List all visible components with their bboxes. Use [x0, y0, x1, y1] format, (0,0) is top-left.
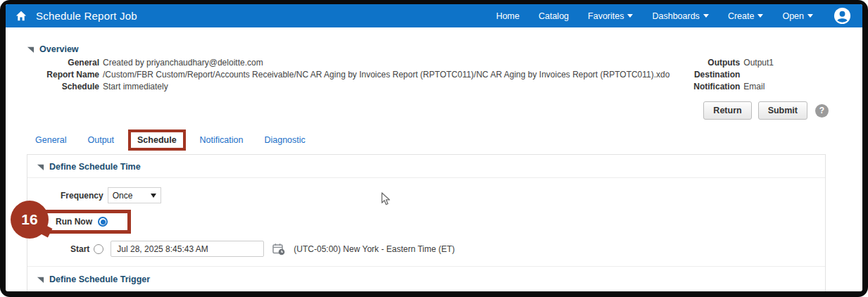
step-number: 16: [21, 211, 37, 228]
step-badge: 16: [11, 201, 49, 239]
action-buttons-row: Return Submit ?: [6, 101, 829, 120]
collapse-triangle-icon[interactable]: [37, 275, 44, 284]
divider: [27, 266, 825, 267]
nav-catalog[interactable]: Catalog: [539, 11, 569, 21]
home-icon[interactable]: [15, 11, 27, 21]
collapse-triangle-icon[interactable]: [37, 163, 44, 171]
top-navbar: Schedule Report Job Home Catalog Favorit…: [6, 4, 862, 27]
chevron-down-icon: [703, 14, 709, 18]
dropdown-arrow-icon: [151, 194, 156, 198]
tab-schedule[interactable]: Schedule: [128, 129, 186, 151]
overview-section: Overview General Created by priyanchaudh…: [27, 44, 862, 91]
chevron-down-icon: [627, 14, 633, 18]
run-now-row: 16 Run Now: [41, 210, 131, 234]
top-nav-links: Home Catalog Favorites Dashboards Create…: [496, 7, 851, 25]
divider: [27, 290, 825, 291]
report-name-label: Report Name: [27, 70, 99, 80]
timezone-text: (UTC-05:00) New York - Eastern Time (ET): [294, 244, 455, 254]
submit-button[interactable]: Submit: [758, 101, 807, 120]
app-window: Schedule Report Job Home Catalog Favorit…: [6, 4, 862, 291]
frequency-label: Frequency: [61, 191, 103, 201]
nav-favorites[interactable]: Favorites: [588, 11, 633, 21]
divider: [27, 177, 825, 178]
user-avatar-icon[interactable]: [834, 7, 851, 25]
define-schedule-trigger-title: Define Schedule Trigger: [49, 274, 150, 284]
overview-title: Overview: [39, 44, 79, 54]
destination-value: [743, 70, 774, 80]
schedule-panel: Define Schedule Time Frequency Once 16 R…: [27, 154, 826, 291]
run-now-label: Run Now: [56, 217, 92, 227]
frequency-select[interactable]: Once: [108, 187, 161, 203]
nav-dashboards[interactable]: Dashboards: [652, 11, 708, 21]
calendar-clock-icon[interactable]: [272, 243, 285, 255]
overview-header: Overview: [27, 44, 862, 54]
notification-label: Notification: [685, 82, 740, 91]
notification-value: Email: [743, 82, 774, 91]
outputs-label: Outputs: [685, 58, 740, 68]
tab-notification[interactable]: Notification: [200, 135, 244, 145]
nav-create[interactable]: Create: [728, 11, 764, 21]
define-schedule-trigger-header: Define Schedule Trigger: [37, 274, 825, 284]
nav-open[interactable]: Open: [782, 11, 813, 21]
overview-fields-right: Outputs Output1 Destination Notification…: [685, 58, 774, 91]
general-label: General: [27, 58, 99, 68]
tab-output[interactable]: Output: [87, 135, 114, 145]
define-schedule-time-header: Define Schedule Time: [37, 162, 825, 172]
tab-bar: General Output Schedule Notification Dia…: [35, 130, 862, 149]
outputs-value: Output1: [743, 58, 774, 68]
run-now-radio[interactable]: [98, 217, 108, 227]
define-schedule-time-title: Define Schedule Time: [49, 162, 141, 172]
chevron-down-icon: [757, 14, 763, 18]
start-row: Start (UTC-05:00) New York - Eastern Tim…: [70, 241, 825, 257]
frequency-selected-value: Once: [113, 191, 133, 201]
page-title: Schedule Report Job: [36, 10, 137, 22]
collapse-triangle-icon[interactable]: [27, 45, 34, 53]
run-now-highlight-box: Run Now: [41, 210, 131, 234]
start-datetime-input[interactable]: [111, 241, 264, 257]
start-radio[interactable]: [94, 244, 103, 254]
screenshot-frame: Schedule Report Job Home Catalog Favorit…: [0, 0, 868, 297]
destination-label: Destination: [685, 70, 740, 80]
start-label: Start: [70, 244, 89, 254]
help-icon[interactable]: ?: [815, 104, 829, 118]
tab-diagnostic[interactable]: Diagnostic: [264, 135, 305, 145]
nav-home[interactable]: Home: [496, 11, 520, 21]
return-button[interactable]: Return: [703, 101, 751, 120]
frequency-row: Frequency Once: [61, 187, 825, 203]
chevron-down-icon: [807, 14, 813, 18]
schedule-label: Schedule: [27, 82, 99, 91]
tab-general[interactable]: General: [35, 135, 66, 145]
